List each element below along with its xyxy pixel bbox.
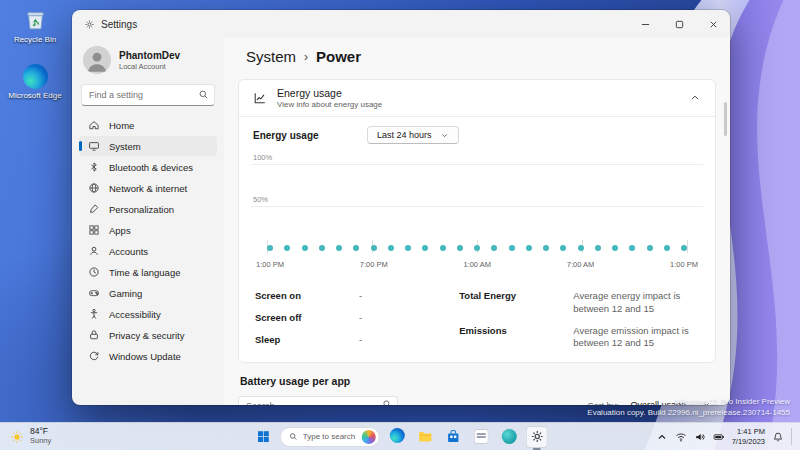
window-body: PhantomDev Local Account Home <box>72 38 730 405</box>
show-desktop-button[interactable] <box>791 428 794 444</box>
stat-label: Sleep <box>255 334 359 345</box>
battery-search-input[interactable] <box>238 396 398 405</box>
x-axis-labels: 1:00 PM 7:00 PM 1:00 AM 7:00 AM 1:00 PM <box>256 260 698 269</box>
stats-left-column: Screen on - Screen off - Sleep - <box>255 290 459 350</box>
taskbar-app-phone-link[interactable] <box>498 426 520 448</box>
desktop: Recycle Bin Microsoft Edge Settings <box>0 0 800 450</box>
time-range-dropdown[interactable]: Last 24 hours <box>367 126 459 144</box>
chevron-down-icon <box>440 131 449 140</box>
time-language-icon <box>88 266 100 278</box>
settings-search-input[interactable] <box>81 84 215 106</box>
x-axis-label: 1:00 AM <box>463 260 491 269</box>
watermark-line1: Windows 11 Pro Insider Preview <box>587 396 790 407</box>
weather-condition: Sunny <box>30 437 51 446</box>
sidebar-item-accessibility[interactable]: Accessibility <box>79 304 217 324</box>
sidebar-item-gaming[interactable]: Gaming <box>79 283 217 303</box>
wifi-icon[interactable] <box>675 431 687 443</box>
maximize-button[interactable] <box>662 10 696 38</box>
titlebar[interactable]: Settings <box>72 10 730 38</box>
search-highlights-icon <box>362 430 376 444</box>
sidebar-item-time-language[interactable]: Time & language <box>79 262 217 282</box>
maximize-icon <box>675 20 684 29</box>
data-point <box>405 245 411 251</box>
taskbar-app-file-explorer[interactable] <box>414 426 436 448</box>
taskbar-search[interactable]: Type to search <box>280 427 380 447</box>
taskbar-app-store[interactable] <box>442 426 464 448</box>
sidebar-item-label: Accessibility <box>109 309 161 320</box>
close-button[interactable] <box>696 10 730 38</box>
taskbar: 84°F Sunny Type to search <box>0 422 800 450</box>
data-point <box>647 245 653 251</box>
window-title: Settings <box>101 19 137 30</box>
filter-label: Energy usage <box>253 130 367 141</box>
network-icon <box>88 182 100 194</box>
sidebar-item-label: Home <box>109 120 134 131</box>
settings-gear-icon <box>84 19 95 30</box>
sidebar-item-label: Windows Update <box>109 351 181 362</box>
start-button[interactable] <box>252 426 274 448</box>
sidebar-item-apps[interactable]: Apps <box>79 220 217 240</box>
desktop-icon-recycle-bin[interactable]: Recycle Bin <box>6 8 64 44</box>
data-point <box>681 245 687 251</box>
user-name: PhantomDev <box>119 50 180 61</box>
battery-icon[interactable] <box>713 431 725 443</box>
sidebar-item-home[interactable]: Home <box>79 115 217 135</box>
sidebar-item-personalization[interactable]: Personalization <box>79 199 217 219</box>
data-point <box>629 245 635 251</box>
page-title: Power <box>316 48 361 65</box>
desktop-icon-edge[interactable]: Microsoft Edge <box>6 64 64 100</box>
breadcrumb: System › Power <box>238 38 716 65</box>
sidebar-item-accounts[interactable]: Accounts <box>79 241 217 261</box>
store-icon <box>446 429 461 444</box>
notepad-icon <box>474 429 489 444</box>
file-explorer-icon <box>418 429 433 444</box>
sidebar-item-system[interactable]: System <box>79 136 217 156</box>
accounts-icon <box>88 245 100 257</box>
sidebar-item-bluetooth-devices[interactable]: Bluetooth & devices <box>79 157 217 177</box>
account-type: Local Account <box>119 62 180 71</box>
sidebar-item-network-internet[interactable]: Network & internet <box>79 178 217 198</box>
stat-label: Total Energy <box>459 290 573 301</box>
avatar <box>83 46 111 74</box>
account-row[interactable]: PhantomDev Local Account <box>79 40 217 78</box>
energy-usage-card: Energy usage View info about energy usag… <box>238 79 716 363</box>
privacy-icon <box>88 329 100 341</box>
breadcrumb-parent[interactable]: System <box>246 48 296 65</box>
chevron-up-icon[interactable] <box>689 92 701 104</box>
sun-icon <box>10 430 24 444</box>
insider-watermark: Windows 11 Pro Insider Preview Evaluatio… <box>587 396 790 418</box>
edge-icon <box>23 64 48 89</box>
personalization-icon <box>88 203 100 215</box>
chevron-up-icon[interactable] <box>656 431 668 443</box>
sidebar-item-windows-update[interactable]: Windows Update <box>79 346 217 366</box>
x-axis-tick <box>687 240 688 253</box>
x-axis-label: 7:00 PM <box>360 260 388 269</box>
gridline-50: 50% <box>251 206 703 207</box>
data-point <box>353 245 359 251</box>
sidebar-item-privacy-security[interactable]: Privacy & security <box>79 325 217 345</box>
taskbar-app-notepad[interactable] <box>470 426 492 448</box>
notification-bell-icon[interactable] <box>772 431 784 443</box>
taskbar-app-settings[interactable] <box>526 426 548 448</box>
stat-value: Average emission impact is between 12 an… <box>573 325 699 351</box>
main-content: System › Power Energy usage View info ab… <box>224 38 730 405</box>
scrollbar-thumb[interactable] <box>724 102 727 136</box>
apps-icon <box>88 224 100 236</box>
energy-card-header[interactable]: Energy usage View info about energy usag… <box>239 80 715 116</box>
data-point <box>302 245 308 251</box>
settings-search <box>81 84 215 106</box>
data-point <box>612 245 618 251</box>
data-point <box>664 245 670 251</box>
card-title: Energy usage <box>277 87 382 99</box>
stat-screen-off: Screen off - <box>255 312 459 325</box>
data-point <box>560 245 566 251</box>
search-icon <box>198 89 209 100</box>
data-point <box>526 245 532 251</box>
weather-widget[interactable]: 84°F Sunny <box>0 423 61 450</box>
stat-screen-on: Screen on - <box>255 290 459 303</box>
volume-icon[interactable] <box>694 431 706 443</box>
minimize-button[interactable] <box>628 10 662 38</box>
clock[interactable]: 1:41 PM 7/19/2023 <box>732 427 765 447</box>
taskbar-app-edge[interactable] <box>386 426 408 448</box>
x-axis-label: 7:00 AM <box>567 260 595 269</box>
